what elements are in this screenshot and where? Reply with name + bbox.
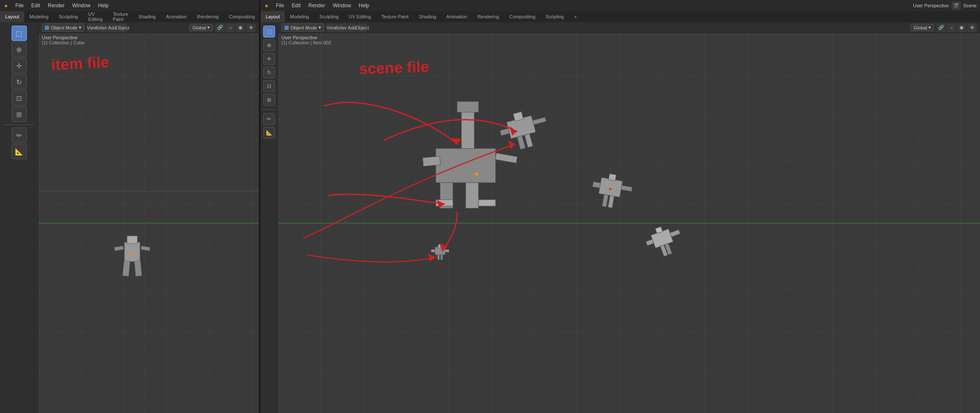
object-mode-selector-left[interactable]: Object Mode ▾: [42, 23, 84, 32]
global-selector-right[interactable]: Global ▾: [910, 24, 934, 31]
object-btn-left[interactable]: Object: [118, 23, 127, 32]
blender-logo-left[interactable]: ●: [0, 0, 12, 11]
blender-logo-right[interactable]: ●: [261, 0, 273, 11]
svg-rect-18: [423, 156, 441, 166]
tab-layout-left[interactable]: Layout: [0, 11, 24, 22]
cursor-tool-right[interactable]: ⊕: [263, 39, 275, 51]
annotate-tool-left[interactable]: ✏: [12, 128, 27, 143]
object-mode-selector-right[interactable]: Object Mode ▾: [281, 23, 324, 32]
menu-file-left[interactable]: File: [12, 2, 27, 9]
toolbar-left: ⬚ ⊕ ✛ ↻ ⊡ ⊞ ✏ 📐: [0, 22, 38, 413]
svg-rect-35: [445, 250, 449, 252]
tab-scripting-right[interactable]: Scripting: [540, 11, 569, 22]
tab-bar-right: Layout Modeling Sculpting UV Editing Tex…: [261, 11, 980, 22]
tab-rendering-right[interactable]: Rendering: [472, 11, 504, 22]
view-btn-left[interactable]: View: [87, 23, 96, 32]
cursor-tool-left[interactable]: ⊕: [12, 42, 27, 57]
object-btn-right[interactable]: Object: [357, 23, 367, 32]
tab-add-right[interactable]: +: [569, 11, 582, 22]
snap-icon-left[interactable]: 🔗: [215, 23, 225, 32]
tab-layout-right[interactable]: Layout: [261, 11, 285, 22]
menu-window-right[interactable]: Window: [329, 2, 354, 9]
gizmo-icon-left[interactable]: ⊕: [246, 23, 255, 32]
select-tool-left[interactable]: ⬚: [12, 26, 27, 41]
svg-rect-24: [461, 110, 474, 148]
svg-rect-39: [599, 177, 623, 197]
scene-name: Scene: [963, 3, 977, 8]
menu-file-right[interactable]: File: [273, 2, 287, 9]
measure-tool-right[interactable]: 📐: [263, 127, 275, 139]
top-bar-right: ● File Edit Render Window Help User Pers…: [261, 0, 980, 11]
tab-modeling-right[interactable]: Modeling: [285, 11, 314, 22]
proportional-icon-left[interactable]: ○: [226, 23, 235, 32]
menu-render-right[interactable]: Render: [305, 2, 328, 9]
viewport-label-left: User Perspective (1) Collection | Cube: [42, 35, 84, 45]
svg-rect-17: [436, 148, 496, 183]
global-selector-left[interactable]: Global ▾: [189, 24, 213, 31]
viewport-right[interactable]: User Perspective (1) Collection | Item.0…: [278, 33, 980, 413]
tab-sculpting-right[interactable]: Sculpting: [314, 11, 344, 22]
tab-compositing-right[interactable]: Compositing: [504, 11, 540, 22]
view-btn-right[interactable]: View: [327, 23, 336, 32]
rotate-tool-right[interactable]: ↻: [263, 67, 275, 79]
select-btn-right[interactable]: Select: [337, 23, 346, 32]
menu-window-left[interactable]: Window: [69, 2, 94, 9]
tab-animation-right[interactable]: Animation: [441, 11, 473, 22]
svg-point-26: [475, 172, 478, 176]
viewport-label-right: User Perspective (1) Collection | Item.0…: [281, 35, 331, 45]
divider-1-left: [4, 125, 34, 125]
svg-rect-10: [123, 261, 130, 276]
svg-point-12: [131, 254, 133, 256]
rotate-tool-left[interactable]: ↻: [12, 74, 27, 90]
overlay-icon-right[interactable]: ◉: [957, 23, 966, 32]
header-bar-left: Object Mode ▾ View Select Add Object Glo…: [38, 22, 259, 33]
perspective-label-right: User Perspective: [281, 35, 331, 40]
tab-animation-left[interactable]: Animation: [161, 11, 192, 22]
top-bar-left: ● File Edit Render Window Help: [0, 0, 259, 11]
transform-tool-left[interactable]: ⊞: [12, 107, 27, 122]
annotate-tool-right[interactable]: ✏: [263, 113, 275, 125]
tab-sculpting-left[interactable]: Sculpting: [54, 11, 83, 22]
gizmo-icon-right[interactable]: ⊕: [967, 23, 977, 32]
tab-compositing-left[interactable]: Compositing: [224, 11, 260, 22]
tab-uv-editing-right[interactable]: UV Editing: [344, 11, 376, 22]
transform-tool-right[interactable]: ⊞: [263, 94, 275, 106]
tab-shading-right[interactable]: Shading: [414, 11, 441, 22]
measure-tool-left[interactable]: 📐: [12, 144, 27, 159]
scene-icon[interactable]: 🎬: [951, 1, 961, 10]
tab-rendering-left[interactable]: Rendering: [192, 11, 224, 22]
snap-controls-right: 🔗 ○ ◉ ⊕: [937, 23, 977, 32]
toolbar-right: ⬚ ⊕ ✛ ↻ ⊡ ⊞ ✏ 📐: [261, 22, 278, 413]
snap-icon-right[interactable]: 🔗: [937, 23, 946, 32]
overlay-icon-left[interactable]: ◉: [236, 23, 245, 32]
proportional-icon-right[interactable]: ○: [947, 23, 956, 32]
menu-left: File Edit Render Window Help: [12, 2, 112, 9]
menu-help-left[interactable]: Help: [95, 2, 112, 9]
menu-edit-right[interactable]: Edit: [288, 2, 304, 9]
move-tool-right[interactable]: ✛: [263, 53, 275, 65]
menu-render-left[interactable]: Render: [44, 2, 68, 9]
svg-rect-37: [441, 255, 443, 260]
select-btn-left[interactable]: Select: [97, 23, 107, 32]
menu-help-right[interactable]: Help: [355, 2, 373, 9]
divider-1-right: [262, 109, 276, 110]
tab-texture-paint-right[interactable]: Texture Paint: [376, 11, 414, 22]
svg-rect-25: [457, 102, 478, 112]
svg-rect-34: [431, 250, 435, 252]
select-tool-right[interactable]: ⬚: [263, 26, 275, 38]
scale-tool-right[interactable]: ⊡: [263, 80, 275, 92]
tab-texture-paint-left[interactable]: Texture Paint: [108, 11, 133, 22]
tab-modeling-left[interactable]: Modeling: [24, 11, 54, 22]
svg-rect-20: [466, 183, 478, 208]
view-controls-left: View Select Add Object: [87, 23, 127, 32]
tab-shading-left[interactable]: Shading: [133, 11, 161, 22]
menu-edit-left[interactable]: Edit: [28, 2, 43, 9]
tab-uv-editing-left[interactable]: UV Editing: [83, 11, 108, 22]
viewport-left[interactable]: User Perspective (1) Collection | Cube i…: [38, 33, 259, 413]
move-tool-left[interactable]: ✛: [12, 58, 27, 73]
snap-controls-left: 🔗 ○ ◉ ⊕: [215, 23, 255, 32]
svg-rect-6: [125, 242, 140, 262]
scale-tool-left[interactable]: ⊡: [12, 90, 27, 106]
header-bar-right: Object Mode ▾ View Select Add Object Glo…: [278, 22, 980, 33]
svg-rect-9: [141, 246, 150, 251]
